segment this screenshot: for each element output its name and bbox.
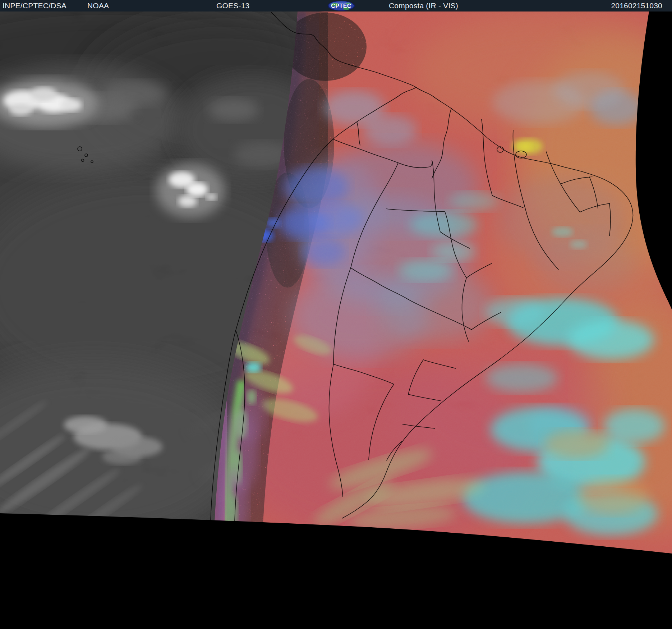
timestamp-label: 201602151030 (611, 0, 662, 12)
cptec-logo-icon: CPTEC (327, 0, 355, 11)
cptec-logo-text: CPTEC (331, 3, 351, 9)
satellite-image (0, 12, 672, 629)
agency-label: NOAA (87, 0, 109, 12)
satellite-viewer: INPE/CPTEC/DSA NOAA GOES-13 CPTEC Compos… (0, 0, 672, 629)
header-bar: INPE/CPTEC/DSA NOAA GOES-13 CPTEC Compos… (0, 0, 672, 12)
satellite-label: GOES-13 (216, 0, 249, 12)
institution-label: INPE/CPTEC/DSA (3, 0, 66, 12)
product-label: Composta (IR - VIS) (389, 0, 458, 12)
